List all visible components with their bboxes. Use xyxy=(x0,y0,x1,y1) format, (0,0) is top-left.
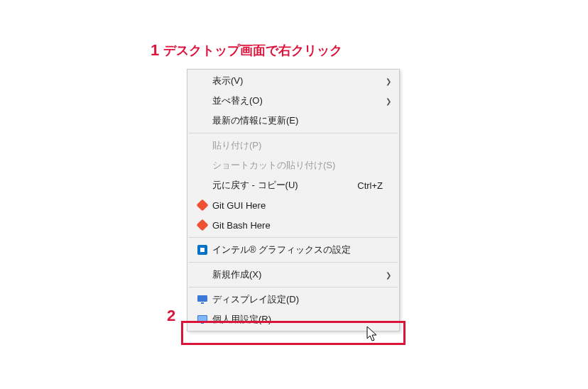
menu-item-git-gui[interactable]: Git GUI Here xyxy=(188,195,398,215)
svg-rect-4 xyxy=(197,295,207,302)
menu-item-label: 並べ替え(O) xyxy=(211,94,390,107)
personalize-icon xyxy=(194,314,211,325)
intel-icon xyxy=(194,244,211,256)
menu-separator xyxy=(189,262,398,263)
svg-rect-3 xyxy=(200,248,205,252)
menu-item-label: Git Bash Here xyxy=(211,220,390,231)
chevron-right-icon: ❯ xyxy=(386,77,391,85)
chevron-right-icon: ❯ xyxy=(386,97,391,105)
menu-item-paste: 貼り付け(P) xyxy=(188,136,398,155)
annotation-1-text: デスクトップ画面で右クリック xyxy=(163,42,342,59)
desktop-context-menu: 表示(V) ❯ 並べ替え(O) ❯ 最新の情報に更新(E) 貼り付け(P) ショ… xyxy=(187,69,400,332)
menu-item-label: 貼り付け(P) xyxy=(211,139,390,152)
monitor-icon xyxy=(194,294,211,305)
menu-item-label: 最新の情報に更新(E) xyxy=(211,114,390,127)
menu-item-undo[interactable]: 元に戻す - コピー(U) Ctrl+Z xyxy=(188,175,398,195)
menu-item-new[interactable]: 新規作成(X) ❯ xyxy=(188,265,398,285)
menu-item-view[interactable]: 表示(V) ❯ xyxy=(188,71,398,91)
git-icon xyxy=(194,199,211,211)
svg-rect-7 xyxy=(198,316,207,321)
menu-item-sort[interactable]: 並べ替え(O) ❯ xyxy=(188,91,398,111)
menu-separator xyxy=(189,237,398,238)
svg-rect-8 xyxy=(201,322,204,324)
git-icon xyxy=(194,219,211,231)
menu-item-personalize[interactable]: 個人用設定(R) xyxy=(188,309,398,329)
annotation-1: 1 デスクトップ画面で右クリック xyxy=(151,41,342,60)
svg-rect-5 xyxy=(201,302,204,304)
annotation-2: 2 xyxy=(167,307,175,325)
menu-item-label: 元に戻す - コピー(U) xyxy=(211,179,357,192)
menu-item-label: Git GUI Here xyxy=(211,200,390,211)
menu-item-label: インテル® グラフィックスの設定 xyxy=(211,243,390,256)
annotation-2-number: 2 xyxy=(167,307,175,324)
menu-separator xyxy=(189,287,398,287)
chevron-right-icon: ❯ xyxy=(386,271,391,279)
menu-item-label: 個人用設定(R) xyxy=(211,313,390,326)
svg-rect-1 xyxy=(197,219,208,231)
svg-rect-0 xyxy=(197,199,208,211)
menu-item-display-settings[interactable]: ディスプレイ設定(D) xyxy=(188,290,398,309)
menu-item-shortcut: Ctrl+Z xyxy=(357,180,383,191)
menu-item-label: 新規作成(X) xyxy=(211,268,390,281)
menu-item-refresh[interactable]: 最新の情報に更新(E) xyxy=(188,111,398,131)
menu-item-label: ディスプレイ設定(D) xyxy=(211,293,390,306)
menu-separator xyxy=(189,133,398,133)
menu-item-label: 表示(V) xyxy=(211,75,390,87)
menu-item-intel-graphics[interactable]: インテル® グラフィックスの設定 xyxy=(188,240,398,260)
menu-item-git-bash[interactable]: Git Bash Here xyxy=(188,215,398,235)
menu-item-label: ショートカットの貼り付け(S) xyxy=(211,159,390,172)
annotation-1-number: 1 xyxy=(151,41,159,60)
menu-item-paste-shortcut: ショートカットの貼り付け(S) xyxy=(188,155,398,175)
